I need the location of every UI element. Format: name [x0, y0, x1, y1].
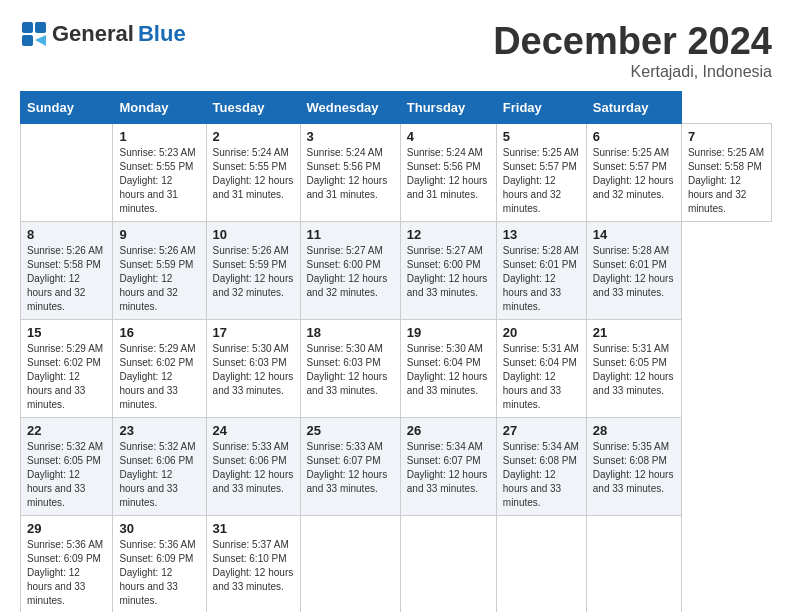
- day-number: 20: [503, 325, 580, 340]
- day-number: 24: [213, 423, 294, 438]
- calendar-day-cell: 15Sunrise: 5:29 AM Sunset: 6:02 PM Dayli…: [21, 320, 113, 418]
- calendar-day-cell: 27Sunrise: 5:34 AM Sunset: 6:08 PM Dayli…: [496, 418, 586, 516]
- calendar-header-row: SundayMondayTuesdayWednesdayThursdayFrid…: [21, 92, 772, 124]
- calendar-day-cell: 6Sunrise: 5:25 AM Sunset: 5:57 PM Daylig…: [586, 124, 681, 222]
- day-info: Sunrise: 5:30 AM Sunset: 6:04 PM Dayligh…: [407, 342, 490, 398]
- day-number: 25: [307, 423, 394, 438]
- calendar-week-row: 8Sunrise: 5:26 AM Sunset: 5:58 PM Daylig…: [21, 222, 772, 320]
- calendar-day-cell: 14Sunrise: 5:28 AM Sunset: 6:01 PM Dayli…: [586, 222, 681, 320]
- day-info: Sunrise: 5:36 AM Sunset: 6:09 PM Dayligh…: [27, 538, 106, 608]
- day-number: 18: [307, 325, 394, 340]
- day-info: Sunrise: 5:31 AM Sunset: 6:04 PM Dayligh…: [503, 342, 580, 412]
- calendar-day-cell: 21Sunrise: 5:31 AM Sunset: 6:05 PM Dayli…: [586, 320, 681, 418]
- calendar-day-cell: 3Sunrise: 5:24 AM Sunset: 5:56 PM Daylig…: [300, 124, 400, 222]
- day-info: Sunrise: 5:31 AM Sunset: 6:05 PM Dayligh…: [593, 342, 675, 398]
- day-info: Sunrise: 5:28 AM Sunset: 6:01 PM Dayligh…: [503, 244, 580, 314]
- calendar-day-cell: 8Sunrise: 5:26 AM Sunset: 5:58 PM Daylig…: [21, 222, 113, 320]
- calendar-day-cell: 7Sunrise: 5:25 AM Sunset: 5:58 PM Daylig…: [681, 124, 771, 222]
- day-number: 14: [593, 227, 675, 242]
- day-number: 16: [119, 325, 199, 340]
- svg-rect-1: [35, 22, 46, 33]
- day-info: Sunrise: 5:23 AM Sunset: 5:55 PM Dayligh…: [119, 146, 199, 216]
- day-number: 1: [119, 129, 199, 144]
- day-info: Sunrise: 5:30 AM Sunset: 6:03 PM Dayligh…: [307, 342, 394, 398]
- calendar-day-cell: 24Sunrise: 5:33 AM Sunset: 6:06 PM Dayli…: [206, 418, 300, 516]
- calendar-subtitle: Kertajadi, Indonesia: [493, 63, 772, 81]
- day-number: 5: [503, 129, 580, 144]
- day-header-thursday: Thursday: [400, 92, 496, 124]
- calendar-week-row: 29Sunrise: 5:36 AM Sunset: 6:09 PM Dayli…: [21, 516, 772, 613]
- day-number: 31: [213, 521, 294, 536]
- day-info: Sunrise: 5:29 AM Sunset: 6:02 PM Dayligh…: [119, 342, 199, 412]
- day-number: 23: [119, 423, 199, 438]
- calendar-day-cell: 17Sunrise: 5:30 AM Sunset: 6:03 PM Dayli…: [206, 320, 300, 418]
- calendar-day-cell: 26Sunrise: 5:34 AM Sunset: 6:07 PM Dayli…: [400, 418, 496, 516]
- calendar-day-cell: 23Sunrise: 5:32 AM Sunset: 6:06 PM Dayli…: [113, 418, 206, 516]
- calendar-day-cell: 16Sunrise: 5:29 AM Sunset: 6:02 PM Dayli…: [113, 320, 206, 418]
- day-number: 10: [213, 227, 294, 242]
- day-number: 11: [307, 227, 394, 242]
- calendar-day-cell: 30Sunrise: 5:36 AM Sunset: 6:09 PM Dayli…: [113, 516, 206, 613]
- day-info: Sunrise: 5:32 AM Sunset: 6:06 PM Dayligh…: [119, 440, 199, 510]
- calendar-day-cell: 19Sunrise: 5:30 AM Sunset: 6:04 PM Dayli…: [400, 320, 496, 418]
- day-info: Sunrise: 5:37 AM Sunset: 6:10 PM Dayligh…: [213, 538, 294, 594]
- day-info: Sunrise: 5:25 AM Sunset: 5:57 PM Dayligh…: [593, 146, 675, 202]
- logo-icon: [20, 20, 48, 48]
- day-number: 22: [27, 423, 106, 438]
- day-number: 30: [119, 521, 199, 536]
- day-number: 27: [503, 423, 580, 438]
- calendar-day-cell: 11Sunrise: 5:27 AM Sunset: 6:00 PM Dayli…: [300, 222, 400, 320]
- calendar-week-row: 15Sunrise: 5:29 AM Sunset: 6:02 PM Dayli…: [21, 320, 772, 418]
- day-info: Sunrise: 5:35 AM Sunset: 6:08 PM Dayligh…: [593, 440, 675, 496]
- day-info: Sunrise: 5:25 AM Sunset: 5:58 PM Dayligh…: [688, 146, 765, 216]
- calendar-week-row: 1Sunrise: 5:23 AM Sunset: 5:55 PM Daylig…: [21, 124, 772, 222]
- day-number: 15: [27, 325, 106, 340]
- empty-cell: [300, 516, 400, 613]
- calendar-day-cell: 5Sunrise: 5:25 AM Sunset: 5:57 PM Daylig…: [496, 124, 586, 222]
- day-info: Sunrise: 5:32 AM Sunset: 6:05 PM Dayligh…: [27, 440, 106, 510]
- logo-blue: Blue: [138, 21, 186, 47]
- day-info: Sunrise: 5:29 AM Sunset: 6:02 PM Dayligh…: [27, 342, 106, 412]
- day-info: Sunrise: 5:24 AM Sunset: 5:55 PM Dayligh…: [213, 146, 294, 202]
- calendar-day-cell: 31Sunrise: 5:37 AM Sunset: 6:10 PM Dayli…: [206, 516, 300, 613]
- day-info: Sunrise: 5:27 AM Sunset: 6:00 PM Dayligh…: [407, 244, 490, 300]
- day-header-tuesday: Tuesday: [206, 92, 300, 124]
- day-number: 13: [503, 227, 580, 242]
- day-number: 9: [119, 227, 199, 242]
- day-number: 28: [593, 423, 675, 438]
- day-info: Sunrise: 5:34 AM Sunset: 6:07 PM Dayligh…: [407, 440, 490, 496]
- day-header-wednesday: Wednesday: [300, 92, 400, 124]
- calendar-day-cell: 13Sunrise: 5:28 AM Sunset: 6:01 PM Dayli…: [496, 222, 586, 320]
- day-info: Sunrise: 5:25 AM Sunset: 5:57 PM Dayligh…: [503, 146, 580, 216]
- day-number: 3: [307, 129, 394, 144]
- title-block: December 2024 Kertajadi, Indonesia: [493, 20, 772, 81]
- calendar-day-cell: 22Sunrise: 5:32 AM Sunset: 6:05 PM Dayli…: [21, 418, 113, 516]
- day-info: Sunrise: 5:36 AM Sunset: 6:09 PM Dayligh…: [119, 538, 199, 608]
- logo-general: General: [52, 21, 134, 47]
- day-info: Sunrise: 5:26 AM Sunset: 5:59 PM Dayligh…: [213, 244, 294, 300]
- calendar-day-cell: 25Sunrise: 5:33 AM Sunset: 6:07 PM Dayli…: [300, 418, 400, 516]
- day-header-sunday: Sunday: [21, 92, 113, 124]
- day-info: Sunrise: 5:27 AM Sunset: 6:00 PM Dayligh…: [307, 244, 394, 300]
- day-number: 8: [27, 227, 106, 242]
- empty-cell: [496, 516, 586, 613]
- day-info: Sunrise: 5:33 AM Sunset: 6:07 PM Dayligh…: [307, 440, 394, 496]
- day-number: 4: [407, 129, 490, 144]
- day-info: Sunrise: 5:26 AM Sunset: 5:59 PM Dayligh…: [119, 244, 199, 314]
- day-info: Sunrise: 5:24 AM Sunset: 5:56 PM Dayligh…: [407, 146, 490, 202]
- empty-cell: [400, 516, 496, 613]
- calendar-day-cell: 9Sunrise: 5:26 AM Sunset: 5:59 PM Daylig…: [113, 222, 206, 320]
- day-header-saturday: Saturday: [586, 92, 681, 124]
- day-number: 29: [27, 521, 106, 536]
- calendar-day-cell: 29Sunrise: 5:36 AM Sunset: 6:09 PM Dayli…: [21, 516, 113, 613]
- day-number: 6: [593, 129, 675, 144]
- empty-cell: [21, 124, 113, 222]
- svg-rect-2: [22, 35, 33, 46]
- calendar-week-row: 22Sunrise: 5:32 AM Sunset: 6:05 PM Dayli…: [21, 418, 772, 516]
- day-number: 17: [213, 325, 294, 340]
- empty-cell: [586, 516, 681, 613]
- day-info: Sunrise: 5:33 AM Sunset: 6:06 PM Dayligh…: [213, 440, 294, 496]
- day-number: 7: [688, 129, 765, 144]
- day-number: 19: [407, 325, 490, 340]
- logo-text: GeneralBlue: [20, 20, 186, 48]
